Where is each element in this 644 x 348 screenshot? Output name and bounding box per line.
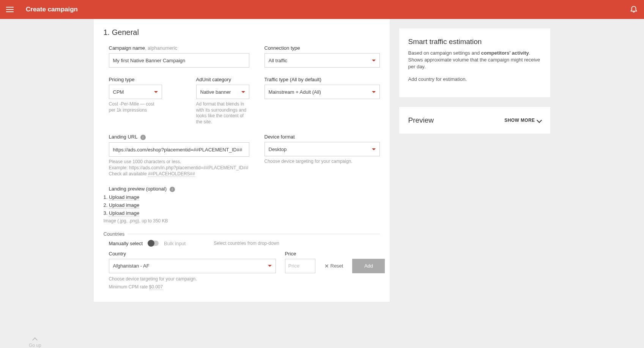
landing-preview-helper: Image (.jpg, .png), up to 350 KB bbox=[104, 218, 380, 224]
connection-type-select[interactable]: All traffic bbox=[265, 53, 380, 68]
connection-type-label: Connection type bbox=[265, 45, 380, 51]
countries-mode-hint: Select countries from drop-down bbox=[214, 241, 279, 246]
campaign-name-input[interactable] bbox=[109, 53, 249, 68]
countries-divider: Countries bbox=[104, 231, 380, 237]
smart-traffic-desc: Based on campaign settings and competito… bbox=[408, 50, 541, 71]
landing-preview-label: Landing preview (optional) i bbox=[109, 186, 380, 192]
upload-image-2: 2. Upload image bbox=[104, 202, 380, 208]
field-traffic-type: Traffic type (All by default) Mainstream… bbox=[265, 77, 380, 125]
smart-traffic-card: Smart traffic estimation Based on campai… bbox=[399, 28, 551, 98]
campaign-name-label: Campaign name, alphanumeric bbox=[109, 45, 249, 51]
upload-image-link[interactable]: Upload image bbox=[109, 194, 139, 200]
preview-card: Preview SHOW MORE bbox=[399, 107, 551, 134]
device-format-label: Device format bbox=[265, 134, 380, 140]
reset-button[interactable]: ✕ Reset bbox=[324, 263, 343, 269]
price-input[interactable] bbox=[285, 259, 315, 273]
price-label: Price bbox=[285, 251, 315, 257]
traffic-type-select[interactable]: Mainstream + Adult (All) bbox=[265, 85, 380, 99]
chevron-down-icon bbox=[372, 148, 376, 150]
chevron-down-icon bbox=[372, 60, 376, 61]
field-landing-url: Landing URL i Please use 1000 characters… bbox=[109, 134, 249, 177]
upload-image-link[interactable]: Upload image bbox=[109, 210, 139, 216]
upload-image-link[interactable]: Upload image bbox=[109, 202, 139, 208]
field-pricing-adunit: Pricing type CPM Cost -Per-Mille — cost … bbox=[109, 77, 249, 125]
adunit-helper: Ad format that blends in with its surrou… bbox=[196, 101, 249, 125]
field-device-format: Device format Desktop Choose device targ… bbox=[265, 134, 380, 177]
landing-url-input[interactable] bbox=[109, 142, 249, 157]
menu-icon[interactable] bbox=[6, 5, 15, 14]
country-helper-minrate: Minimum CPM rate $0.007 bbox=[109, 284, 380, 290]
chevron-down-icon bbox=[241, 91, 245, 93]
info-icon[interactable]: i bbox=[170, 187, 175, 192]
smart-traffic-title: Smart traffic estimation bbox=[408, 38, 541, 46]
landing-url-label: Landing URL i bbox=[109, 134, 249, 140]
country-row: Afghanistan - AF ✕ Reset Add bbox=[109, 259, 380, 273]
chevron-down-icon bbox=[268, 265, 272, 267]
section-heading: 1. General bbox=[104, 28, 380, 37]
field-connection-type: Connection type All traffic bbox=[265, 45, 380, 68]
field-campaign-name: Campaign name, alphanumeric bbox=[109, 45, 249, 68]
pricing-type-select[interactable]: CPM bbox=[109, 85, 162, 99]
show-more-button[interactable]: SHOW MORE bbox=[504, 118, 541, 123]
country-select[interactable]: Afghanistan - AF bbox=[109, 259, 276, 273]
page-title: Create campaign bbox=[26, 6, 78, 13]
pricing-type-label: Pricing type bbox=[109, 77, 162, 82]
preview-title: Preview bbox=[408, 116, 434, 124]
traffic-type-label: Traffic type (All by default) bbox=[265, 77, 380, 82]
device-format-select[interactable]: Desktop bbox=[265, 142, 380, 156]
min-rate-value: $0.007 bbox=[149, 284, 163, 290]
upload-image-1: 1. Upload image bbox=[104, 194, 380, 200]
countries-mode-toggle: Manually select Bulk input Select countr… bbox=[104, 241, 380, 246]
manual-select-label: Manually select bbox=[109, 241, 143, 246]
mode-switch[interactable] bbox=[148, 241, 159, 246]
chevron-down-icon bbox=[536, 118, 542, 123]
general-section: 1. General Campaign name, alphanumeric C… bbox=[94, 19, 390, 302]
pricing-type-helper: Cost -Per-Mille — cost per 1k impression… bbox=[109, 101, 162, 113]
placeholders-link[interactable]: ##PLACEHOLDERS## bbox=[148, 171, 195, 177]
adunit-label: AdUnit category bbox=[196, 77, 249, 82]
field-landing-preview: Landing preview (optional) i 1. Upload i… bbox=[109, 186, 380, 224]
upload-image-3: 3. Upload image bbox=[104, 210, 380, 216]
adunit-select[interactable]: Native banner bbox=[196, 85, 249, 99]
bulk-input-label: Bulk input bbox=[164, 241, 186, 246]
notifications-icon[interactable] bbox=[630, 5, 638, 14]
chevron-down-icon bbox=[372, 91, 376, 93]
chevron-down-icon bbox=[154, 91, 158, 93]
smart-traffic-hint: Add country for estimation. bbox=[408, 76, 541, 83]
close-icon: ✕ bbox=[324, 263, 329, 269]
landing-url-helper: Please use 1000 characters or less. Exam… bbox=[109, 159, 249, 177]
sidebar: Smart traffic estimation Based on campai… bbox=[399, 19, 551, 134]
country-helper-targeting: Choose device targeting for your campaig… bbox=[109, 276, 380, 282]
top-bar: Create campaign bbox=[0, 0, 644, 19]
info-icon[interactable]: i bbox=[140, 135, 146, 140]
add-button[interactable]: Add bbox=[352, 259, 385, 273]
country-label: Country bbox=[109, 251, 276, 257]
device-format-helper: Choose device targeting for your campaig… bbox=[265, 159, 380, 165]
